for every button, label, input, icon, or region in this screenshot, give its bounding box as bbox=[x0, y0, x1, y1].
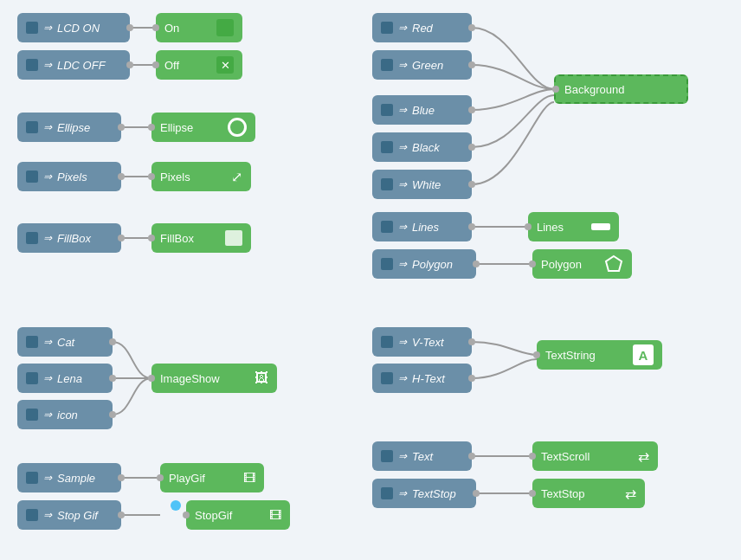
text-blue-node[interactable]: ⇒ Text bbox=[372, 441, 472, 471]
black-checkbox[interactable] bbox=[381, 141, 393, 153]
icon-blue-node[interactable]: ⇒ icon bbox=[17, 400, 113, 429]
icon-output-port bbox=[109, 411, 116, 418]
stopgif-checkbox[interactable] bbox=[26, 509, 38, 521]
lines-icon bbox=[591, 223, 610, 230]
sample-arrow-icon: ⇒ bbox=[43, 472, 52, 484]
pixels-blue-node[interactable]: ⇒ Pixels bbox=[17, 162, 121, 191]
canvas: ⇒ LCD ON On ⇒ LDC OFF Off ✕ ⇒ Ellipse El… bbox=[0, 0, 741, 560]
fillbox-green-input bbox=[148, 235, 155, 241]
playgif-label: PlayGif bbox=[169, 472, 205, 485]
cat-blue-node[interactable]: ⇒ Cat bbox=[17, 327, 113, 357]
text-label: Text bbox=[412, 450, 433, 463]
black-blue-node[interactable]: ⇒ Black bbox=[372, 132, 472, 162]
red-checkbox[interactable] bbox=[381, 22, 393, 34]
ldc-off-blue-node[interactable]: ⇒ LDC OFF bbox=[17, 50, 130, 80]
stopgif-arrow-icon: ⇒ bbox=[43, 509, 52, 521]
ellipse-blue-node[interactable]: ⇒ Ellipse bbox=[17, 113, 121, 142]
blue-blue-node[interactable]: ⇒ Blue bbox=[372, 95, 472, 125]
blue-arrow-icon: ⇒ bbox=[398, 104, 407, 116]
lcd-on-green-node[interactable]: On bbox=[156, 13, 242, 42]
ellipse-label: Ellipse bbox=[57, 121, 90, 134]
svg-marker-0 bbox=[606, 256, 622, 271]
icon-checkbox[interactable] bbox=[26, 409, 38, 421]
fillbox-blue-node[interactable]: ⇒ FillBox bbox=[17, 223, 121, 253]
lines-arrow-icon: ⇒ bbox=[398, 221, 407, 233]
ellipse-icon bbox=[228, 118, 247, 137]
cat-checkbox[interactable] bbox=[26, 336, 38, 348]
stopgif-blue-node[interactable]: ⇒ Stop Gif bbox=[17, 500, 121, 530]
textstring-icon: A bbox=[633, 344, 654, 365]
lena-label: Lena bbox=[57, 372, 82, 385]
htext-arrow-icon: ⇒ bbox=[398, 372, 407, 384]
htext-blue-node[interactable]: ⇒ H-Text bbox=[372, 364, 472, 393]
white-blue-node[interactable]: ⇒ White bbox=[372, 170, 472, 199]
ldc-off-checkbox[interactable] bbox=[26, 59, 38, 71]
sample-checkbox[interactable] bbox=[26, 472, 38, 484]
polygon-green-label: Polygon bbox=[541, 258, 582, 271]
playgif-icon: 🎞 bbox=[243, 471, 255, 485]
polygon-green-node[interactable]: Polygon bbox=[532, 249, 632, 279]
lena-checkbox[interactable] bbox=[26, 372, 38, 384]
textscroll-label: TextScroll bbox=[541, 450, 590, 463]
polygon-input-port bbox=[529, 261, 536, 267]
stopgif-green-node[interactable]: StopGif 🎞 bbox=[186, 500, 290, 530]
lena-blue-node[interactable]: ⇒ Lena bbox=[17, 364, 113, 393]
pixels-checkbox[interactable] bbox=[26, 171, 38, 183]
playgif-green-node[interactable]: PlayGif 🎞 bbox=[160, 463, 264, 492]
textstop-label: TextStop bbox=[412, 487, 456, 500]
lcd-on-checkbox[interactable] bbox=[26, 22, 38, 34]
black-label: Black bbox=[412, 141, 440, 154]
vtext-checkbox[interactable] bbox=[381, 336, 393, 348]
htext-label: H-Text bbox=[412, 372, 445, 385]
vtext-blue-node[interactable]: ⇒ V-Text bbox=[372, 327, 472, 357]
sample-label: Sample bbox=[57, 472, 95, 485]
fillbox-green-node[interactable]: FillBox bbox=[151, 223, 251, 253]
on-label: On bbox=[164, 22, 179, 35]
lcd-on-label: LCD ON bbox=[57, 22, 100, 35]
fillbox-green-label: FillBox bbox=[160, 232, 194, 245]
textstring-green-node[interactable]: TextString A bbox=[537, 340, 662, 370]
icon-arrow-icon: ⇒ bbox=[43, 409, 52, 421]
stopgif-label: Stop Gif bbox=[57, 509, 98, 522]
lcd-on-output-port bbox=[126, 24, 133, 31]
lines-blue-node[interactable]: ⇒ Lines bbox=[372, 212, 472, 241]
textscroll-green-node[interactable]: TextScroll ⇄ bbox=[532, 441, 658, 471]
lines-green-node[interactable]: Lines bbox=[528, 212, 619, 241]
textstop-green-node[interactable]: TextStop ⇄ bbox=[532, 479, 645, 508]
white-checkbox[interactable] bbox=[381, 178, 393, 190]
polygon-checkbox[interactable] bbox=[381, 258, 393, 270]
pixels-green-node[interactable]: Pixels ⤢ bbox=[151, 162, 251, 191]
on-input-port bbox=[152, 24, 159, 31]
background-input-port bbox=[552, 86, 559, 93]
textstop-green-input bbox=[529, 490, 536, 497]
red-blue-node[interactable]: ⇒ Red bbox=[372, 13, 472, 42]
textstring-label: TextString bbox=[545, 349, 596, 362]
textstop-arrow-icon: ⇒ bbox=[398, 487, 407, 499]
sample-blue-node[interactable]: ⇒ Sample bbox=[17, 463, 121, 492]
lcd-on-blue-node[interactable]: ⇒ LCD ON bbox=[17, 13, 130, 42]
blue-label: Blue bbox=[412, 104, 435, 117]
icon-label: icon bbox=[57, 409, 78, 422]
imageshow-green-node[interactable]: ImageShow 🖼 bbox=[151, 364, 277, 393]
ellipse-green-node[interactable]: Ellipse bbox=[151, 113, 255, 142]
textstop-checkbox[interactable] bbox=[381, 487, 393, 499]
text-output-port bbox=[468, 453, 475, 460]
blue-checkbox[interactable] bbox=[381, 104, 393, 116]
stopgif-icon: 🎞 bbox=[269, 508, 281, 522]
lcd-on-arrow-icon: ⇒ bbox=[43, 22, 52, 34]
green-blue-node[interactable]: ⇒ Green bbox=[372, 50, 472, 80]
fillbox-checkbox[interactable] bbox=[26, 232, 38, 244]
htext-checkbox[interactable] bbox=[381, 372, 393, 384]
vtext-label: V-Text bbox=[412, 336, 444, 349]
green-checkbox[interactable] bbox=[381, 59, 393, 71]
cat-arrow-icon: ⇒ bbox=[43, 336, 52, 348]
ldc-off-green-node[interactable]: Off ✕ bbox=[156, 50, 242, 80]
ellipse-checkbox[interactable] bbox=[26, 121, 38, 133]
textstop-blue-node[interactable]: ⇒ TextStop bbox=[372, 479, 476, 508]
lines-checkbox[interactable] bbox=[381, 221, 393, 233]
polygon-blue-node[interactable]: ⇒ Polygon bbox=[372, 249, 476, 279]
ellipse-green-label: Ellipse bbox=[160, 121, 193, 134]
text-checkbox[interactable] bbox=[381, 450, 393, 462]
text-arrow-icon: ⇒ bbox=[398, 450, 407, 462]
background-green-node[interactable]: Background bbox=[554, 74, 688, 104]
